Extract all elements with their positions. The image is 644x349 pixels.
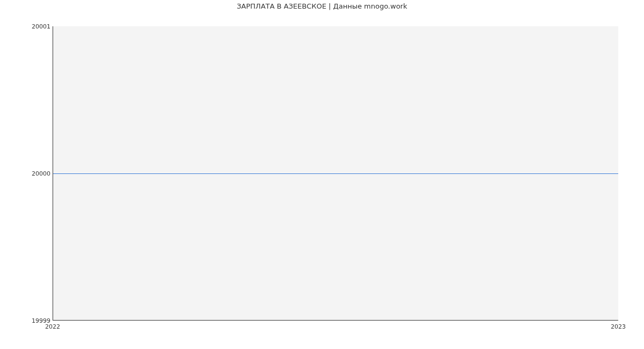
y-tick-label: 20000 (2, 170, 50, 177)
chart-container: ЗАРПЛАТА В АЗЕЕВСКОЕ | Данные mnogo.work… (0, 0, 644, 349)
y-tick-label: 19999 (2, 317, 50, 324)
x-tick-label: 2022 (45, 323, 60, 330)
y-tick-label: 20001 (2, 23, 50, 30)
data-line (53, 173, 618, 174)
plot-area (53, 26, 618, 321)
chart-title: ЗАРПЛАТА В АЗЕЕВСКОЕ | Данные mnogo.work (0, 2, 644, 10)
x-tick-label: 2023 (611, 323, 626, 330)
